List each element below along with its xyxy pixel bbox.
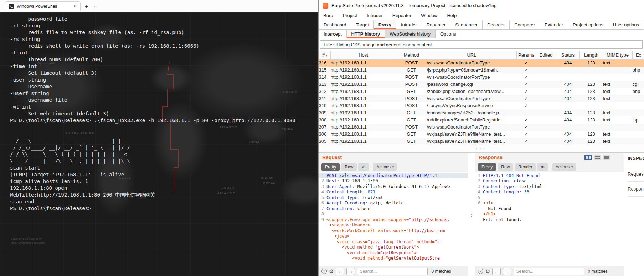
actions-label: Actions (556, 165, 570, 170)
filter-bar[interactable]: Filter: Hiding CSS, image and general bi… (320, 40, 643, 49)
filter-text: Filter: Hiding CSS, image and general bi… (324, 42, 432, 47)
column-header-status[interactable]: Status (556, 51, 580, 59)
column-header-url[interactable]: URL (427, 51, 517, 59)
request-tab-pretty[interactable]: Pretty (321, 163, 340, 171)
prev-match-button[interactable]: ← (492, 268, 501, 275)
request-code[interactable]: 1POST /wls-wsat/CoordinatorPortType HTTP… (319, 172, 468, 266)
tab-dropdown-icon[interactable]: ⌄ (94, 4, 97, 9)
sub-tab-intercept[interactable]: Intercept (319, 30, 347, 38)
next-match-button[interactable]: → (503, 268, 511, 275)
response-actions-button[interactable]: Actions ▾ (552, 163, 576, 171)
main-tab-sequencer[interactable]: Sequencer (450, 20, 483, 30)
message-editors: Request PrettyRaw\n Actions ▾ 1POST /wls… (319, 153, 644, 276)
table-body: 316http://192.168.1.1POST/wls-wsat/Coord… (319, 59, 644, 145)
burp-title-bar: Burp Suite Professional v2020.11.3 - Tem… (319, 0, 644, 11)
response-code[interactable]: 1HTTP/1.1 404 Not Found2Connection: clos… (475, 172, 624, 266)
table-row[interactable]: 309http://192.168.1.1GET/console/images/… (319, 109, 644, 116)
column-header-host[interactable]: Host (331, 51, 396, 59)
column-header-length[interactable]: Length (580, 51, 603, 59)
terminal-line: username file (10, 97, 318, 104)
code-line: 2Host: 192.168.1.1:80 (319, 178, 468, 184)
new-tab-button[interactable]: + (85, 3, 88, 9)
table-row[interactable]: 312http://192.168.1.1GET/zabbix.php?acti… (319, 88, 644, 95)
terminal-line: / /_\/____/ __|/ __/ _` | '_ \ | |/ / (10, 144, 318, 151)
main-tab-intruder[interactable]: Intruder (396, 20, 422, 30)
main-tab-dashboard[interactable]: Dashboard (319, 20, 351, 30)
gear-icon[interactable]: ⚙ (329, 268, 334, 275)
window-title: Burp Suite Professional v2020.11.3 - Tem… (331, 3, 496, 8)
main-tab-project-options[interactable]: Project options (568, 20, 608, 30)
inspector-section[interactable]: Response (628, 182, 644, 197)
main-tab-repeater[interactable]: Repeater (422, 20, 450, 30)
response-tab-render[interactable]: Render (515, 163, 536, 171)
main-tab-user-options[interactable]: User options (608, 20, 644, 30)
menu-item-help[interactable]: Help (447, 13, 457, 18)
close-tab-icon[interactable]: ✕ (74, 4, 77, 9)
column-header-ex[interactable]: Ex (633, 51, 644, 59)
request-tab-raw[interactable]: Raw (341, 163, 357, 171)
inspector-panel: INSPECTOR Request AttributesResponse (624, 153, 644, 276)
help-icon[interactable]: ? (321, 269, 327, 274)
terminal-line: WebTitle:http://192.168.1.1:80 200 中国电信智… (10, 192, 318, 198)
terminal-viewport[interactable]: GreenlandRUSSIAUNITED STATESNORTHATLANTI… (0, 12, 318, 276)
request-tab-n[interactable]: \n (358, 163, 369, 171)
main-tab-target[interactable]: Target (351, 20, 374, 30)
request-title: Request (322, 155, 342, 160)
help-icon[interactable]: ? (478, 269, 483, 274)
column-header--[interactable]: #▾ (319, 51, 331, 59)
menu-item-burp[interactable]: Burp (323, 13, 333, 18)
code-line: <work:WorkContext xmlns:work="http://bea… (319, 228, 468, 234)
menu-item-project[interactable]: Project (342, 13, 357, 18)
menu-item-intruder[interactable]: Intruder (367, 13, 383, 18)
table-row[interactable]: 305http://192.168.1.1GET/wxjsapi/saveYZJ… (319, 138, 644, 145)
table-row[interactable]: 313http://192.168.1.1POST/password_chang… (319, 81, 644, 88)
column-header-mime-type[interactable]: MIME type (603, 51, 633, 59)
inspector-section[interactable]: Request Attributes (628, 167, 644, 182)
table-row[interactable]: 315http://192.168.1.1GET/jsrpc.php?type=… (319, 67, 644, 74)
sub-tab-http-history[interactable]: HTTP history (346, 30, 385, 38)
table-row[interactable]: 314http://192.168.1.1POST/wls-wsat/Coord… (319, 74, 644, 81)
main-tab-extender[interactable]: Extender (540, 20, 568, 30)
sub-tab-websockets-history[interactable]: WebSockets history (385, 30, 436, 38)
powershell-tab[interactable]: >_ Windows PowerShell ✕ (5, 1, 81, 11)
response-tab-pretty[interactable]: Pretty (478, 163, 496, 171)
table-row[interactable]: 311http://192.168.1.1POST/wls-wsat/Coord… (319, 95, 644, 102)
sub-tab-options[interactable]: Options (435, 30, 461, 38)
prev-match-button[interactable]: ← (336, 268, 344, 275)
request-panel: Request PrettyRaw\n Actions ▾ 1POST /wls… (319, 153, 468, 276)
code-line: 7Connection: close (319, 206, 468, 212)
sub-tab-bar: InterceptHTTP historyWebSockets historyO… (319, 30, 644, 38)
table-row[interactable]: 308http://192.168.1.1GET/uddiexplorer/Se… (319, 116, 644, 124)
main-tab-decoder[interactable]: Decoder (482, 20, 510, 30)
next-match-button[interactable]: → (346, 268, 355, 275)
response-tab-n[interactable]: \n (537, 163, 548, 171)
request-search-input[interactable] (357, 268, 428, 275)
main-tab-proxy[interactable]: Proxy (373, 20, 396, 30)
filter-row: Filter: Hiding CSS, image and general bi… (319, 38, 644, 51)
table-row[interactable]: 307http://192.168.1.1POST/wls-wsat/Coord… (319, 124, 644, 131)
code-line: 8 (319, 212, 468, 217)
column-header-params[interactable]: Params (517, 51, 536, 59)
table-header-row: #▾HostMethodURLParamsEditedStatusLengthM… (319, 51, 644, 59)
code-line: <void method="getCurrentWork"> (319, 245, 468, 250)
vertical-splitter[interactable]: ⋮ (468, 153, 475, 276)
layout-columns-button[interactable] (584, 155, 592, 160)
splitter-dots: • • • (476, 147, 486, 151)
layout-single-button[interactable] (603, 155, 610, 160)
code-line: 4Content-Length: 871 (319, 189, 468, 195)
main-tab-comparer[interactable]: Comparer (509, 20, 540, 30)
request-actions-button[interactable]: Actions ▾ (373, 163, 397, 171)
table-row[interactable]: 306http://192.168.1.1GET/wxjsapi/saveYZJ… (319, 131, 644, 138)
menu-item-repeater[interactable]: Repeater (392, 13, 411, 18)
column-header-edited[interactable]: Edited (536, 51, 556, 59)
gear-icon[interactable]: ⚙ (485, 268, 490, 275)
response-search-input[interactable] (514, 268, 584, 275)
table-row[interactable]: 316http://192.168.1.1POST/wls-wsat/Coord… (319, 59, 644, 67)
column-header-method[interactable]: Method (396, 51, 427, 59)
response-tab-raw[interactable]: Raw (498, 163, 513, 171)
http-history-table: #▾HostMethodURLParamsEditedStatusLengthM… (319, 51, 644, 145)
table-row[interactable]: 310http://192.168.1.1POST/_async/AsyncRe… (319, 102, 644, 109)
menu-item-window[interactable]: Window (421, 13, 437, 18)
layout-rows-button[interactable] (594, 155, 601, 160)
horizontal-splitter[interactable]: • • • (319, 145, 644, 153)
